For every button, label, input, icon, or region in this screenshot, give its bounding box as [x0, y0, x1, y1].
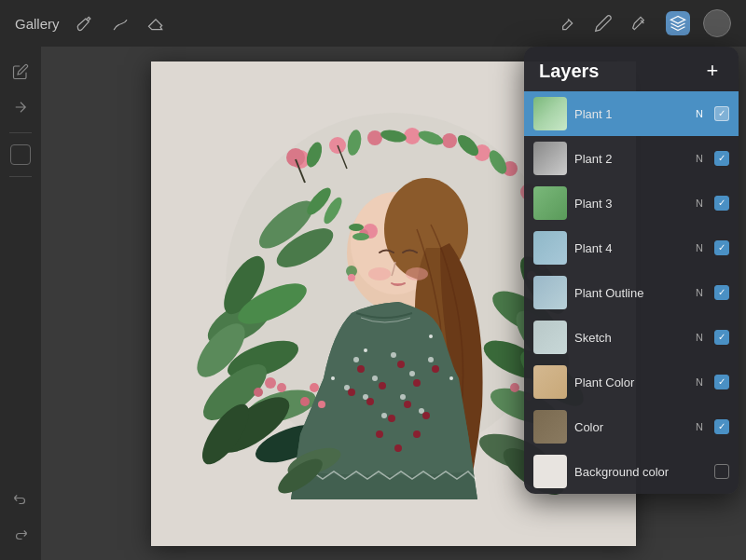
layer-name-plant-color: Plant Color [574, 376, 688, 389]
layers-list: Plant 1N✓Plant 2N✓Plant 3N✓Plant 4N✓Plan… [524, 91, 739, 494]
svg-point-73 [348, 389, 355, 396]
gallery-button[interactable]: Gallery [15, 16, 60, 32]
svg-point-56 [391, 352, 396, 358]
svg-point-67 [413, 379, 421, 387]
layer-name-bg-color: Background color [574, 465, 707, 479]
layers-panel: Layers + Plant 1N✓Plant 2N✓Plant 3N✓Plan… [524, 47, 739, 494]
sidebar-undo-icon[interactable] [7, 485, 35, 513]
layer-thumb-plant4 [533, 231, 567, 265]
svg-point-72 [422, 412, 430, 419]
svg-point-47 [406, 267, 428, 280]
svg-point-81 [310, 383, 319, 392]
layer-blend-sketch: N [696, 332, 703, 343]
svg-point-46 [368, 267, 391, 280]
svg-point-64 [357, 365, 365, 373]
svg-point-57 [409, 371, 415, 376]
layer-visibility-plant-color[interactable]: ✓ [714, 375, 729, 389]
svg-point-71 [404, 401, 411, 408]
layer-item-plant4[interactable]: Plant 4N✓ [524, 225, 739, 270]
svg-point-75 [394, 444, 402, 452]
layer-item-plant1[interactable]: Plant 1N✓ [524, 91, 739, 136]
layer-item-sketch[interactable]: SketchN✓ [524, 315, 739, 360]
layer-item-plant-color[interactable]: Plant ColorN✓ [524, 360, 739, 404]
sidebar-redo-icon[interactable] [7, 521, 35, 549]
layer-blend-plant3: N [696, 198, 703, 209]
layer-thumb-color [533, 410, 567, 444]
layer-visibility-color[interactable]: ✓ [714, 419, 729, 434]
svg-point-70 [388, 415, 395, 422]
layer-item-plant-outline[interactable]: Plant OutlineN✓ [524, 270, 739, 315]
toolbar: Gallery [0, 0, 746, 47]
svg-point-59 [363, 394, 368, 400]
svg-point-89 [429, 335, 433, 338]
layer-thumb-bg-color [533, 455, 567, 488]
sidebar-arrow-icon[interactable] [7, 93, 35, 121]
left-sidebar [0, 47, 41, 560]
svg-point-13 [286, 148, 305, 167]
sidebar-transform-icon[interactable] [10, 144, 31, 165]
layer-name-sketch: Sketch [574, 331, 688, 345]
layers-header: Layers + [524, 47, 739, 91]
layer-name-plant4: Plant 4 [574, 241, 688, 255]
svg-point-51 [352, 233, 369, 240]
layer-blend-plant2: N [696, 153, 703, 164]
layer-blend-plant-color: N [696, 376, 703, 388]
sidebar-divider-1 [9, 132, 32, 133]
layers-panel-icon[interactable] [666, 11, 690, 35]
svg-point-76 [413, 430, 421, 438]
layer-thumb-plant1 [533, 97, 567, 130]
layers-title: Layers [539, 61, 600, 82]
svg-point-15 [367, 130, 382, 145]
layer-visibility-plant-outline[interactable]: ✓ [714, 285, 729, 300]
layer-name-color: Color [574, 420, 688, 434]
sidebar-divider-2 [9, 176, 32, 177]
svg-point-74 [376, 430, 383, 438]
svg-point-40 [277, 383, 286, 392]
erase-tool[interactable] [145, 13, 166, 34]
layer-blend-plant1: N [696, 108, 703, 119]
svg-point-63 [344, 385, 350, 390]
svg-point-62 [419, 408, 424, 414]
svg-point-53 [348, 274, 355, 281]
layer-visibility-plant3[interactable]: ✓ [714, 196, 729, 211]
svg-point-17 [442, 133, 457, 148]
layer-visibility-sketch[interactable]: ✓ [714, 330, 729, 345]
layers-add-button[interactable]: + [701, 60, 724, 82]
layer-thumb-plant-color [533, 365, 567, 399]
svg-point-61 [400, 394, 406, 400]
pen-tool-icon[interactable] [554, 11, 578, 35]
profile-icon[interactable] [703, 9, 731, 37]
svg-point-39 [254, 388, 263, 397]
smudge-tool[interactable] [110, 13, 131, 34]
brush-tool[interactable] [75, 13, 95, 34]
layer-visibility-bg-color[interactable] [714, 464, 729, 479]
svg-point-83 [318, 401, 325, 408]
layer-thumb-plant-outline [533, 276, 567, 309]
layer-item-plant2[interactable]: Plant 2N✓ [524, 136, 739, 181]
svg-point-65 [379, 382, 386, 389]
svg-point-82 [300, 397, 310, 406]
layer-name-plant3: Plant 3 [574, 197, 688, 211]
svg-point-60 [381, 413, 387, 418]
layer-visibility-plant1[interactable]: ✓ [714, 106, 729, 121]
layer-item-color[interactable]: ColorN✓ [524, 404, 739, 449]
layer-item-plant3[interactable]: Plant 3N✓ [524, 181, 739, 225]
svg-point-91 [449, 376, 453, 380]
sidebar-modify-icon[interactable] [7, 58, 35, 86]
layer-name-plant2: Plant 2 [574, 152, 688, 166]
layer-name-plant-outline: Plant Outline [574, 286, 688, 300]
svg-point-58 [428, 357, 434, 362]
svg-point-55 [372, 376, 378, 381]
layer-visibility-plant2[interactable]: ✓ [714, 151, 729, 166]
svg-point-88 [364, 348, 367, 352]
svg-point-16 [404, 128, 421, 144]
layer-blend-color: N [696, 421, 703, 432]
svg-point-38 [265, 377, 276, 389]
layer-visibility-plant4[interactable]: ✓ [714, 240, 729, 255]
marker-tool-icon[interactable] [629, 11, 653, 35]
layer-thumb-plant2 [533, 142, 567, 175]
pencil-tool-icon[interactable] [591, 11, 615, 35]
layer-blend-plant4: N [696, 242, 703, 253]
layer-item-bg-color[interactable]: Background color [524, 449, 739, 494]
toolbar-left: Gallery [15, 13, 166, 34]
